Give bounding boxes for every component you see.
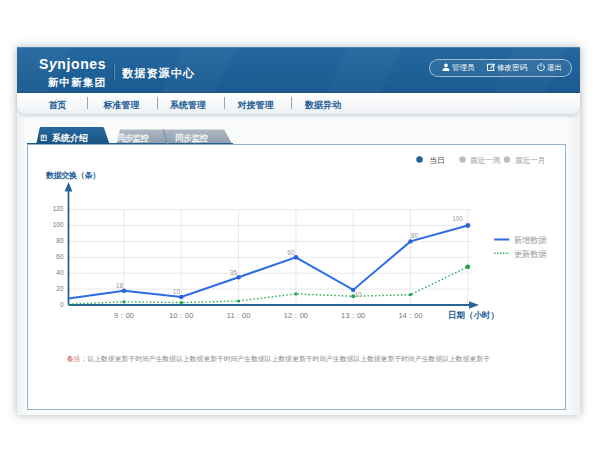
svg-text:100: 100 bbox=[452, 214, 463, 221]
svg-text:0: 0 bbox=[60, 300, 64, 307]
svg-text:最近一周: 最近一周 bbox=[470, 155, 500, 164]
svg-text:日期（小时）: 日期（小时） bbox=[448, 309, 499, 319]
svg-text:20: 20 bbox=[56, 284, 64, 291]
svg-text:10: 10 bbox=[355, 291, 363, 298]
svg-text:同步监控: 同步监控 bbox=[117, 133, 150, 143]
svg-text:新增数据: 新增数据 bbox=[514, 235, 547, 245]
svg-text:最近一月: 最近一月 bbox=[515, 155, 545, 164]
svg-text:10：00: 10：00 bbox=[169, 310, 193, 319]
svg-text:系统介绍: 系统介绍 bbox=[51, 133, 88, 143]
svg-text:同步监控: 同步监控 bbox=[175, 133, 209, 143]
svg-text:13：00: 13：00 bbox=[341, 310, 365, 319]
svg-text:数据交换（条）: 数据交换（条） bbox=[45, 170, 100, 179]
svg-text:当日: 当日 bbox=[430, 155, 445, 164]
svg-text:更新数据: 更新数据 bbox=[514, 248, 547, 258]
svg-text:120: 120 bbox=[53, 205, 64, 212]
svg-text:10: 10 bbox=[173, 288, 181, 295]
svg-text:40: 40 bbox=[56, 268, 64, 275]
svg-text:60: 60 bbox=[56, 252, 64, 259]
svg-text:12：00: 12：00 bbox=[284, 310, 308, 319]
svg-text:80: 80 bbox=[56, 236, 64, 243]
svg-text:9：00: 9：00 bbox=[114, 310, 134, 319]
svg-text:14：00: 14：00 bbox=[398, 310, 422, 319]
svg-text:11：00: 11：00 bbox=[227, 310, 251, 319]
svg-text:18: 18 bbox=[116, 281, 124, 288]
svg-text:60: 60 bbox=[287, 248, 295, 255]
svg-text:35: 35 bbox=[230, 268, 238, 275]
svg-text:100: 100 bbox=[53, 221, 64, 228]
svg-text:80: 80 bbox=[411, 231, 419, 238]
